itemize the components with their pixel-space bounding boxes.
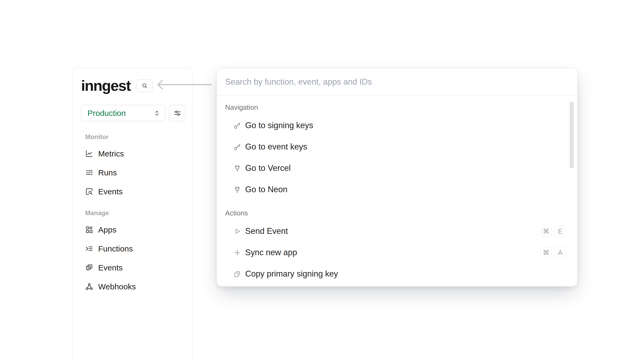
sidebar-item-events-manage[interactable]: Events	[73, 258, 192, 277]
kbd-command-key: ⌘	[540, 226, 552, 237]
palette-scrollbar-thumb[interactable]	[570, 102, 574, 168]
palette-group-actions: Actions Send Event ⌘ E	[217, 208, 577, 285]
annotation-arrow	[155, 79, 212, 90]
key-icon	[233, 143, 241, 151]
search-document-icon	[85, 187, 93, 196]
palette-group-label: Navigation	[225, 102, 577, 113]
chevrons-up-down-icon	[153, 109, 161, 117]
apps-blocks-icon	[85, 226, 93, 234]
palette-item-send-event[interactable]: Send Event ⌘ E	[217, 221, 577, 242]
sidebar-nav: Monitor Metrics Runs	[73, 133, 192, 296]
sidebar-item-label: Webhooks	[98, 282, 136, 291]
kbd-letter-key: E	[555, 226, 566, 237]
chart-line-icon	[85, 149, 93, 158]
sidebar-item-apps[interactable]: Apps	[73, 220, 192, 239]
sidebar-item-label: Metrics	[98, 149, 124, 158]
palette-item-go-to-signing-keys[interactable]: Go to signing keys	[217, 115, 577, 136]
palette-item-label: Go to event keys	[245, 142, 566, 152]
kbd-letter-key: A	[555, 247, 566, 258]
sidebar-item-label: Events	[98, 263, 123, 272]
environment-value: Production	[88, 109, 126, 118]
palette-item-label: Go to Neon	[245, 185, 566, 194]
palette-group-navigation: Navigation Go to signing keys Go to even…	[217, 102, 577, 200]
shortcut-keys: ⌘ E	[540, 226, 566, 237]
palette-body: Navigation Go to signing keys Go to even…	[217, 96, 577, 285]
kbd-command-key: ⌘	[540, 247, 552, 258]
command-palette: Navigation Go to signing keys Go to even…	[217, 68, 578, 286]
environment-filter-button[interactable]	[169, 105, 185, 121]
sidebar-item-runs[interactable]: Runs	[73, 163, 192, 182]
copy-icon	[233, 270, 241, 278]
key-icon	[233, 121, 241, 130]
environment-select[interactable]: Production	[81, 105, 165, 121]
search-icon	[141, 82, 148, 89]
sidebar-group-monitor: Monitor Metrics Runs	[73, 133, 192, 201]
app-canvas: inngest Production Monitor	[0, 0, 644, 362]
palette-item-go-to-vercel[interactable]: Go to Vercel	[217, 158, 577, 179]
palette-item-label: Copy primary signing key	[245, 269, 566, 279]
sidebar-item-metrics[interactable]: Metrics	[73, 144, 192, 163]
plug-icon	[233, 186, 241, 194]
palette-item-label: Go to signing keys	[245, 121, 566, 130]
functions-list-icon	[85, 245, 93, 253]
sidebar-group-label: Monitor	[85, 133, 192, 141]
sidebar-item-label: Apps	[98, 225, 116, 234]
logo-row: inngest	[81, 78, 153, 93]
palette-list: Send Event ⌘ E Sync new app ⌘	[217, 221, 577, 285]
inngest-logo: inngest	[81, 78, 130, 93]
palette-item-label: Go to Vercel	[245, 163, 566, 173]
sidebar-item-events-monitor[interactable]: Events	[73, 182, 192, 201]
palette-search-row	[217, 68, 577, 96]
webhook-icon	[85, 282, 93, 291]
plus-icon	[233, 249, 241, 257]
environment-row: Production	[81, 105, 185, 121]
palette-group-label: Actions	[225, 208, 577, 218]
shortcut-keys: ⌘ A	[540, 247, 566, 258]
palette-item-label: Send Event	[245, 226, 540, 236]
sidebar-item-functions[interactable]: Functions	[73, 239, 192, 258]
sliders-icon	[173, 109, 181, 117]
sidebar-group-manage: Manage Apps Functions	[73, 209, 192, 296]
palette-item-go-to-neon[interactable]: Go to Neon	[217, 179, 577, 200]
palette-item-label: Sync new app	[245, 248, 540, 257]
palette-list: Go to signing keys Go to event keys Go t…	[217, 115, 577, 200]
palette-search-input[interactable]	[217, 68, 577, 95]
sidebar: inngest Production Monitor	[73, 68, 192, 362]
plug-icon	[233, 164, 241, 172]
sidebar-item-webhooks[interactable]: Webhooks	[73, 277, 192, 296]
sidebar-item-label: Functions	[98, 244, 133, 253]
palette-item-copy-primary-signing-key[interactable]: Copy primary signing key	[217, 263, 577, 285]
runs-list-icon	[85, 168, 93, 177]
palette-item-go-to-event-keys[interactable]: Go to event keys	[217, 136, 577, 158]
sidebar-group-label: Manage	[85, 209, 192, 217]
sidebar-item-label: Events	[98, 187, 123, 196]
event-windows-icon	[85, 263, 93, 272]
play-icon	[233, 227, 241, 235]
sidebar-item-label: Runs	[98, 168, 117, 177]
palette-item-sync-new-app[interactable]: Sync new app ⌘ A	[217, 242, 577, 263]
search-button[interactable]	[136, 79, 153, 92]
